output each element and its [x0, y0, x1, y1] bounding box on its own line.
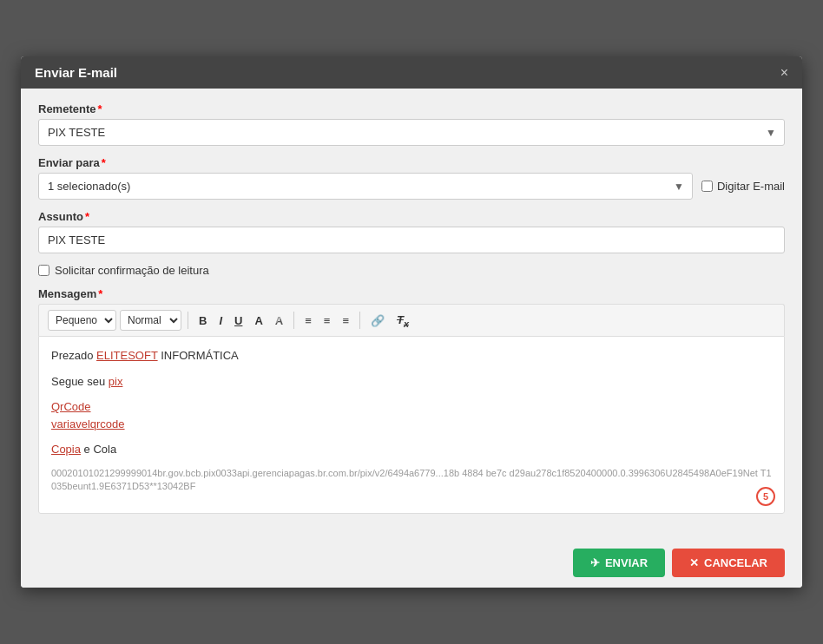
underline-button[interactable]: U	[230, 312, 247, 330]
assunto-input[interactable]	[38, 227, 785, 253]
toolbar-divider-2	[293, 312, 294, 329]
editor-line-2: Segue seu pix	[51, 373, 772, 391]
mensagem-group: Mensagem* Pequeno Normal Grande Normal T…	[38, 287, 785, 513]
remetente-group: Remetente* PIX TESTE ▼	[38, 102, 785, 146]
pix-link[interactable]: pix	[109, 375, 123, 388]
solicitar-confirmacao-row: Solicitar confirmação de leitura	[38, 264, 785, 277]
digitar-email-checkbox[interactable]	[701, 181, 713, 192]
copia-link[interactable]: Copia	[51, 443, 81, 456]
align-button[interactable]: ≡	[338, 312, 353, 330]
variavelqrcode-link[interactable]: variavelqrcode	[51, 417, 125, 430]
elitesoft-link[interactable]: ELITESOFT	[96, 349, 158, 362]
italic-button[interactable]: I	[214, 312, 227, 330]
char-count-badge: 5	[756, 487, 775, 506]
qrcode-link[interactable]: QrCode	[51, 400, 91, 413]
cancelar-button[interactable]: CANCELAR	[672, 549, 785, 577]
solicitar-confirmacao-label[interactable]: Solicitar confirmação de leitura	[55, 264, 209, 277]
assunto-group: Assunto*	[38, 210, 785, 253]
dialog-body: Remetente* PIX TESTE ▼ Enviar para* 1 se…	[21, 89, 802, 537]
mensagem-label: Mensagem*	[38, 287, 785, 300]
clear-format-button[interactable]: Tx	[392, 311, 413, 332]
highlight-button[interactable]: A	[271, 312, 287, 330]
enviar-para-select[interactable]: 1 selecionado(s)	[38, 173, 693, 200]
enviar-para-select-wrapper: 1 selecionado(s) ▼	[38, 173, 693, 200]
remetente-select[interactable]: PIX TESTE	[38, 119, 785, 146]
enviar-para-row: 1 selecionado(s) ▼ Digitar E-mail	[38, 173, 785, 200]
digitar-email-label[interactable]: Digitar E-mail	[701, 180, 785, 193]
required-star: *	[97, 102, 102, 115]
toolbar-divider-3	[359, 312, 360, 329]
remetente-label: Remetente*	[38, 102, 785, 115]
required-star-3: *	[85, 210, 89, 223]
unordered-list-button[interactable]: ≡	[319, 312, 335, 330]
link-button[interactable]: 🔗	[366, 312, 389, 330]
ordered-list-button[interactable]: ≡	[300, 312, 316, 330]
cancel-icon	[689, 556, 699, 569]
send-icon	[590, 556, 600, 569]
editor-line-4: Copia e Cola	[51, 441, 772, 458]
font-size-select[interactable]: Pequeno Normal Grande	[48, 310, 116, 331]
email-dialog: Enviar E-mail × Remetente* PIX TESTE ▼ E…	[21, 56, 802, 587]
dialog-header: Enviar E-mail ×	[21, 56, 802, 89]
required-star-2: *	[102, 156, 106, 169]
editor-toolbar: Pequeno Normal Grande Normal Título 1 Tí…	[38, 304, 785, 336]
remetente-select-wrapper: PIX TESTE ▼	[38, 119, 785, 146]
enviar-para-label: Enviar para*	[38, 156, 785, 169]
required-star-4: *	[98, 287, 102, 300]
editor-line-3: QrCode variavelqrcode	[51, 398, 772, 432]
enviar-para-group: Enviar para* 1 selecionado(s) ▼ Digitar …	[38, 156, 785, 200]
dialog-footer: ENVIAR CANCELAR	[21, 538, 802, 588]
close-button[interactable]: ×	[780, 66, 788, 80]
font-color-button[interactable]: A	[250, 312, 267, 330]
editor-line-1: Prezado ELITESOFT INFORMÁTICA	[51, 347, 772, 365]
enviar-button[interactable]: ENVIAR	[573, 549, 665, 577]
message-editor[interactable]: Prezado ELITESOFT INFORMÁTICA Segue seu …	[38, 336, 785, 513]
solicitar-confirmacao-checkbox[interactable]	[38, 265, 49, 276]
editor-blurred-text: 00020101021299999014br.gov.bcb.pix0033ap…	[51, 467, 772, 494]
bold-button[interactable]: B	[194, 312, 211, 330]
font-style-select[interactable]: Normal Título 1 Título 2	[120, 310, 181, 331]
dialog-title: Enviar E-mail	[35, 65, 117, 80]
assunto-label: Assunto*	[38, 210, 785, 223]
toolbar-divider-1	[188, 312, 188, 329]
